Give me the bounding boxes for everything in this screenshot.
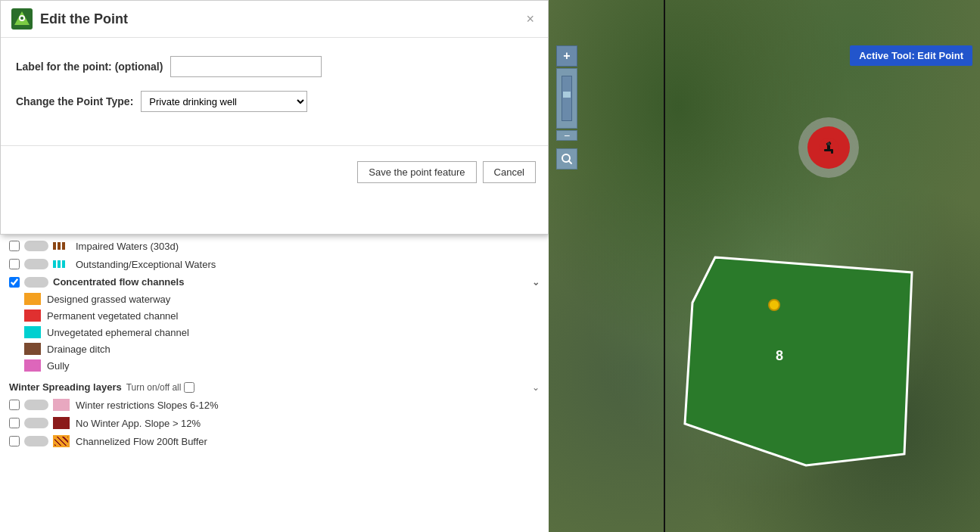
unvegetated-ephemeral-channel-color [24,326,41,338]
concentrated-flow-collapse-icon[interactable]: ⌄ [532,277,540,288]
layer-list: Impaired Waters (303d) Outstanding/Excep… [0,231,549,456]
winter-slopes-toggle[interactable] [24,400,48,410]
cancel-button[interactable]: Cancel [483,161,536,183]
map-controls: + − [556,45,577,170]
point-type-label: Change the Point Type: [16,95,133,107]
outstanding-waters-label: Outstanding/Exceptional Waters [76,259,216,270]
drainage-ditch-item: Drainage ditch [9,341,540,357]
channelized-flow-label: Channelized Flow 200ft Buffer [76,436,207,447]
no-winter-app-checkbox[interactable] [9,418,20,428]
concentrated-flow-toggle[interactable] [24,277,48,288]
drainage-ditch-color [24,343,41,355]
outstanding-waters-layer: Outstanding/Exceptional Waters [9,255,540,273]
concentrated-flow-header: Concentrated flow channels ⌄ [9,273,540,291]
well-marker [798,117,859,178]
svg-rect-11 [831,150,833,154]
designed-grassed-waterway-label: Designed grassed waterway [47,294,170,305]
impaired-waters-label: Impaired Waters (303d) [76,241,179,252]
channelized-flow-checkbox[interactable] [9,436,20,446]
outstanding-waters-toggle[interactable] [24,259,48,269]
active-tool-badge: Active Tool: Edit Point [850,45,972,66]
edit-point-dialog: Edit the Point × Label for the point: (o… [0,0,549,235]
svg-point-3 [20,17,23,20]
permanent-vegetated-channel-item: Permanent vegetated channel [9,307,540,324]
winter-slopes-checkbox[interactable] [9,400,20,410]
svg-line-5 [569,161,572,164]
dialog-divider [1,145,548,146]
no-winter-app-color [53,417,70,429]
svg-marker-6 [685,257,912,465]
impaired-waters-layer: Impaired Waters (303d) [9,237,540,255]
zoom-bar [556,68,577,129]
winter-spreading-header: Winter Spreading layers Turn on/off all … [9,378,540,396]
drainage-ditch-label: Drainage ditch [47,344,110,355]
dialog-title: Edit the Point [40,11,523,27]
outstanding-waters-checkbox[interactable] [9,259,20,269]
svg-point-12 [827,142,830,145]
impaired-waters-toggle[interactable] [24,241,48,251]
no-winter-app-label: No Winter App. Slope > 12% [76,418,201,429]
no-winter-app-toggle[interactable] [24,418,48,428]
yellow-point-marker [768,299,780,311]
label-form-row: Label for the point: (optional) [16,56,533,77]
well-outer-ring [798,117,859,178]
winter-turn-on-off-label: Turn on/off all [126,382,182,393]
outstanding-waters-color [53,258,70,270]
dialog-footer: Save the point feature Cancel [1,154,548,191]
label-field-label: Label for the point: (optional) [16,61,163,73]
channelized-flow-color [53,435,70,447]
permanent-vegetated-channel-color [24,310,41,322]
permanent-vegetated-channel-label: Permanent vegetated channel [47,310,178,322]
designed-grassed-waterway-item: Designed grassed waterway [9,291,540,307]
zoom-in-button[interactable]: + [556,45,577,67]
gully-item: Gully [9,357,540,374]
map-vertical-line [664,0,665,532]
point-type-form-row: Change the Point Type: Private drinking … [16,91,533,112]
zoom-out-button[interactable]: − [556,130,577,141]
channelized-flow-item: Channelized Flow 200ft Buffer [9,432,540,450]
close-button[interactable]: × [523,11,537,27]
concentrated-flow-label: Concentrated flow channels [53,276,184,288]
winter-spreading-label: Winter Spreading layers [9,381,122,393]
gully-color [24,359,41,372]
unvegetated-ephemeral-channel-item: Unvegetated ephemeral channel [9,324,540,341]
point-type-select[interactable]: Private drinking well Public water suppl… [141,91,307,112]
field-label: 8 [776,348,783,364]
unvegetated-ephemeral-channel-label: Unvegetated ephemeral channel [47,327,189,338]
label-input[interactable] [170,56,322,77]
impaired-waters-color [53,240,70,252]
app-logo [11,8,33,30]
well-inner-circle [807,126,850,169]
winter-slopes-color [53,399,70,411]
winter-slopes-label: Winter restrictions Slopes 6-12% [76,400,219,411]
winter-slopes-item: Winter restrictions Slopes 6-12% [9,396,540,414]
concentrated-flow-checkbox[interactable] [9,277,20,288]
winter-spreading-collapse-icon[interactable]: ⌄ [532,382,540,393]
no-winter-app-item: No Winter App. Slope > 12% [9,414,540,432]
save-button[interactable]: Save the point feature [357,161,476,183]
left-panel: Edit the Point × Label for the point: (o… [0,0,549,532]
impaired-waters-checkbox[interactable] [9,241,20,251]
field-polygon [670,242,927,477]
dialog-header: Edit the Point × [1,1,548,38]
gully-label: Gully [47,360,70,372]
map-area: + − Active Tool: Edit Point 8 [549,0,980,532]
channelized-flow-toggle[interactable] [24,436,48,446]
search-button[interactable] [556,148,577,170]
designed-grassed-waterway-color [24,293,41,305]
dialog-body: Label for the point: (optional) Change t… [1,38,548,138]
winter-all-checkbox[interactable] [184,382,194,393]
